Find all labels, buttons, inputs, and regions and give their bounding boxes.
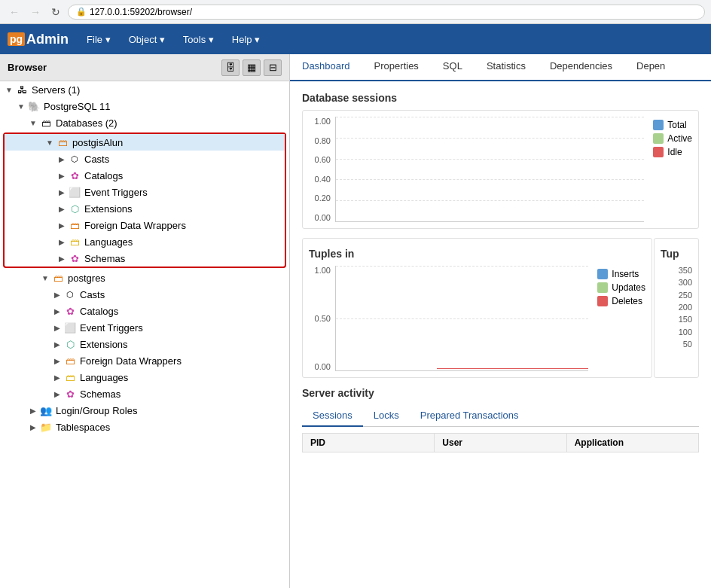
menu-tools[interactable]: Tools ▾ <box>174 29 223 50</box>
legend-idle: Idle <box>653 147 692 157</box>
catalogs1-label: Catalogs <box>84 170 123 181</box>
expand-languages1: ▶ <box>56 238 68 246</box>
fdw2-icon: 🗃 <box>63 354 77 367</box>
tab-properties[interactable]: Properties <box>362 54 431 81</box>
tree-item-schemas2[interactable]: ▶ ✿ Schemas <box>0 385 289 402</box>
tree-item-extensions1[interactable]: ▶ ⬡ Extensions <box>5 200 285 217</box>
tree-item-servers[interactable]: ▼ 🖧 Servers (1) <box>0 81 289 98</box>
legend-total: Total <box>653 120 692 130</box>
menu-file[interactable]: File ▾ <box>78 29 120 50</box>
tree-item-postgres[interactable]: ▼ 🗃 postgres <box>0 270 289 286</box>
tab-dependencies[interactable]: Dependencies <box>538 54 624 81</box>
event-triggers2-icon: ⬜ <box>63 321 77 334</box>
legend-deletes-label: Deletes <box>612 296 642 306</box>
legend-idle-color <box>653 147 664 157</box>
legend-active-color <box>653 133 664 144</box>
casts1-icon: ⬡ <box>68 152 81 166</box>
activity-tab-sessions[interactable]: Sessions <box>302 405 363 427</box>
expand-fdw1: ▶ <box>56 221 68 230</box>
login-roles-icon: 👥 <box>39 404 53 417</box>
casts2-icon: ⬡ <box>63 288 77 301</box>
schemas2-label: Schemas <box>80 388 121 400</box>
extensions2-label: Extensions <box>80 339 128 350</box>
tab-depen[interactable]: Depen <box>624 54 677 81</box>
tree-item-postgresql[interactable]: ▼ 🐘 PostgreSQL 11 <box>0 98 289 114</box>
db-sessions-legend: Total Active Idle <box>644 117 692 222</box>
db-sessions-chart: 1.00 0.80 0.60 0.40 0.20 0.00 <box>302 110 699 229</box>
expand-extensions2: ▶ <box>51 340 63 349</box>
tree-item-fdw1[interactable]: ▶ 🗃 Foreign Data Wrappers <box>5 217 285 233</box>
address-bar[interactable]: 🔒 127.0.0.1:59202/browser/ <box>68 5 705 20</box>
tablespaces-icon: 📁 <box>39 420 53 434</box>
browser-bar: ← → ↻ 🔒 127.0.0.1:59202/browser/ <box>0 0 711 24</box>
expand-postgisalun: ▼ <box>44 139 56 147</box>
tree-item-databases[interactable]: ▼ 🗃 Databases (2) <box>0 114 289 131</box>
forward-button[interactable]: → <box>27 5 44 20</box>
tree-item-event-triggers1[interactable]: ▶ ⬜ Event Triggers <box>5 184 285 200</box>
tree-item-catalogs2[interactable]: ▶ ✿ Catalogs <box>0 303 289 319</box>
tree-item-fdw2[interactable]: ▶ 🗃 Foreign Data Wrappers <box>0 352 289 369</box>
legend-inserts: Inserts <box>597 269 645 279</box>
col-application: Application <box>567 434 698 452</box>
tree-item-casts1[interactable]: ▶ ⬡ Casts <box>5 151 285 167</box>
tuples-out-section: Tup 350 300 250 200 150 100 50 <box>654 238 699 378</box>
event-triggers1-icon: ⬜ <box>68 185 81 199</box>
tree-item-schemas1[interactable]: ▶ ✿ Schemas <box>5 250 285 267</box>
expand-catalogs1: ▶ <box>56 172 68 180</box>
tree-item-event-triggers2[interactable]: ▶ ⬜ Event Triggers <box>0 319 289 336</box>
tab-dashboard[interactable]: Dashboard <box>290 54 362 81</box>
tablespaces-label: Tablespaces <box>56 422 110 433</box>
sidebar-filter-icon-btn[interactable]: ⊟ <box>264 59 282 76</box>
menu-object[interactable]: Object ▾ <box>120 29 174 50</box>
db-sessions-section: Database sessions 1.00 0.80 0.60 0.40 0.… <box>302 92 699 229</box>
tree-item-login-roles[interactable]: ▶ 👥 Login/Group Roles <box>0 402 289 419</box>
sidebar-tree: ▼ 🖧 Servers (1) ▼ 🐘 PostgreSQL 11 ▼ 🗃 Da… <box>0 81 289 588</box>
tree-item-languages1[interactable]: ▶ 🗃 Languages <box>5 233 285 250</box>
fdw1-label: Foreign Data Wrappers <box>84 220 186 231</box>
tuples-in-legend: Inserts Updates Deletes <box>588 266 645 371</box>
fdw1-icon: 🗃 <box>68 218 81 232</box>
expand-postgres: ▼ <box>39 274 51 282</box>
legend-deletes-color <box>597 296 608 306</box>
expand-casts2: ▶ <box>51 291 63 299</box>
back-button[interactable]: ← <box>6 5 23 20</box>
languages2-label: Languages <box>80 372 128 383</box>
tree-item-tablespaces[interactable]: ▶ 📁 Tablespaces <box>0 419 289 435</box>
y-label-060: 0.60 <box>315 155 331 164</box>
dashboard-content: Database sessions 1.00 0.80 0.60 0.40 0.… <box>290 81 711 588</box>
catalogs1-icon: ✿ <box>68 169 81 182</box>
tree-item-catalogs1[interactable]: ▶ ✿ Catalogs <box>5 167 285 184</box>
expand-tablespaces: ▶ <box>27 423 39 431</box>
tuples-out-title: Tup <box>661 248 692 260</box>
activity-tab-prepared[interactable]: Prepared Transactions <box>410 405 529 427</box>
tuples-in-section: Tuples in 1.00 0.50 0.00 <box>302 238 652 378</box>
expand-schemas1: ▶ <box>56 254 68 263</box>
expand-fdw2: ▶ <box>51 357 63 365</box>
postgresql-label: PostgreSQL 11 <box>44 101 110 112</box>
tab-sql[interactable]: SQL <box>431 54 475 81</box>
menu-help[interactable]: Help ▾ <box>223 29 269 50</box>
tree-item-languages2[interactable]: ▶ 🗃 Languages <box>0 369 289 385</box>
expand-servers: ▼ <box>3 86 15 94</box>
activity-tab-locks[interactable]: Locks <box>363 405 410 427</box>
sidebar-db-icon-btn[interactable]: 🗄 <box>221 59 240 76</box>
tree-item-extensions2[interactable]: ▶ ⬡ Extensions <box>0 336 289 352</box>
schemas2-icon: ✿ <box>63 387 77 401</box>
sidebar-table-icon-btn[interactable]: ▦ <box>243 59 261 76</box>
y-label-100: 1.00 <box>315 117 331 126</box>
catalogs2-label: Catalogs <box>80 306 118 317</box>
y-label-020: 0.20 <box>315 193 331 203</box>
right-panel: Dashboard Properties SQL Statistics Depe… <box>290 54 711 588</box>
db-sessions-y-axis: 1.00 0.80 0.60 0.40 0.20 0.00 <box>309 117 335 222</box>
pg-box: pg <box>8 32 25 46</box>
tree-item-postgisalun[interactable]: ▼ 🗃 postgisAlun <box>5 134 285 151</box>
lock-icon: 🔒 <box>76 7 87 17</box>
sidebar-header: Browser 🗄 ▦ ⊟ <box>0 54 289 81</box>
databases-label: Databases (2) <box>56 117 117 129</box>
schemas1-label: Schemas <box>84 253 125 264</box>
tree-item-casts2[interactable]: ▶ ⬡ Casts <box>0 286 289 303</box>
reload-button[interactable]: ↻ <box>48 5 63 20</box>
tab-statistics[interactable]: Statistics <box>475 54 538 81</box>
main-layout: Browser 🗄 ▦ ⊟ ▼ 🖧 Servers (1) ▼ 🐘 Postgr… <box>0 54 711 588</box>
expand-event-triggers2: ▶ <box>51 324 63 332</box>
